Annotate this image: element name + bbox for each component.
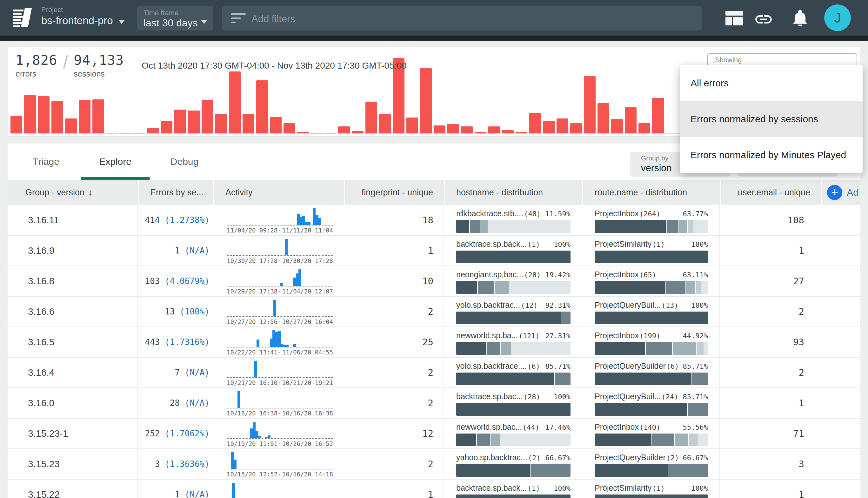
distribution-label: yahoo.sp.backtrac...(2)66.67%	[456, 453, 571, 462]
chart-bar	[502, 130, 514, 133]
chart-bar	[529, 113, 541, 133]
table-row[interactable]: 3.15.221 (N/A)1backtrace.sp.back...(1)10…	[8, 480, 860, 498]
chart-bar	[324, 133, 336, 134]
sparkline-bar	[285, 239, 288, 255]
version-cell: 3.16.5	[8, 327, 138, 357]
project-selector[interactable]: bs-frontend-pro	[41, 15, 113, 27]
timeframe-value: last 30 days	[144, 17, 198, 29]
distribution-segment	[595, 434, 652, 446]
table-row[interactable]: 3.16.028 (N/A)10/16/20 16:38·10/16/20 16…	[8, 388, 860, 419]
column-header-label: hostname - distribution	[456, 188, 543, 197]
route-name-percent: 100%	[691, 484, 708, 492]
add-column-body-cell	[822, 449, 860, 479]
user-avatar[interactable]: J	[824, 4, 851, 31]
table-row[interactable]: 3.16.5443 (1.7316%)10/22/20 13:41·11/06/…	[8, 327, 860, 358]
distribution-bar	[456, 372, 571, 385]
backtrace-logo-icon[interactable]	[11, 7, 33, 29]
table-row[interactable]: 3.16.11414 (1.2738%)11/04/20 09:28·11/11…	[8, 205, 860, 236]
add-column-body-cell	[822, 205, 860, 235]
timeframe-selector[interactable]: Time frame last 30 days	[137, 6, 213, 30]
table-row[interactable]: 3.16.47 (N/A)10/21/20 16:10·10/21/20 19:…	[8, 358, 860, 388]
errors-count-label: errors	[16, 69, 57, 78]
errors-cell: 1 (N/A)	[139, 236, 213, 265]
distribution-segment	[456, 342, 487, 355]
distribution-label: newworld.sp.bac...(44)17.46%	[456, 422, 571, 432]
tab-debug[interactable]: Debug	[150, 144, 219, 180]
version-cell: 3.16.6	[8, 297, 138, 327]
sparkline-start-date: 10/29/20 17:38	[227, 288, 278, 295]
chart-bar	[11, 116, 22, 133]
view-tabs: TriageExploreDebug	[11, 144, 219, 180]
column-header-user-email-unique[interactable]: user.email - unique	[721, 180, 821, 205]
dashboard-layout-icon[interactable]	[725, 11, 743, 25]
menu-item-all-errors[interactable]: All errors	[680, 65, 863, 101]
column-header-label: fingerprint - unique	[362, 188, 433, 197]
activity-cell: 10/22/20 13:41·11/06/20 04:55	[214, 327, 344, 357]
menu-item-errors-normalized-by-minutes-played[interactable]: Errors normalized by Minutes Played	[680, 137, 863, 173]
distribution-label: ProjectQueryBuil...(24)85.71%	[595, 392, 708, 401]
column-header-group-version[interactable]: Group - version↓	[8, 180, 138, 205]
distribution-label: ProjectQueryBuilder(6)85.71%	[595, 362, 708, 371]
distribution-bar	[456, 220, 571, 233]
route-name-name: ProjectInbox	[595, 331, 639, 340]
column-header-activity[interactable]: Activity	[214, 180, 344, 205]
errors-cell: 7 (N/A)	[139, 358, 213, 388]
add-column-plus-icon[interactable]: +	[827, 185, 842, 200]
hostname-distribution: neongiant.sp.bac...(20)19.42%	[456, 270, 571, 294]
distribution-label: ProjectInbox(264)63.77%	[595, 209, 708, 218]
route-name-distribution-cell: ProjectSimilarity(1)100%	[583, 236, 720, 265]
user-email-unique-cell: 71	[721, 419, 821, 448]
tab-explore[interactable]: Explore	[81, 144, 150, 180]
errors-cell: 28 (N/A)	[139, 388, 213, 418]
hostname-name: backtrace.sp.bac...	[456, 392, 523, 401]
distribution-segment	[480, 220, 488, 233]
route-name-count: (199)	[639, 332, 660, 340]
errors-cell: 13 (100%)	[139, 297, 213, 327]
hostname-percent: 27.31%	[545, 332, 571, 340]
hostname-distribution-cell: backtrace.sp.bac...(28)100%	[445, 388, 582, 418]
chart-bar	[92, 100, 104, 134]
sparkline-date-range: 10/29/20 17:38·11/04/20 12:07	[227, 288, 333, 295]
distribution-bar	[456, 312, 571, 324]
hostname-distribution-cell: newworld.sp.bac...(44)17.46%	[445, 419, 582, 448]
route-name-name: ProjectQueryBuilder	[595, 362, 666, 371]
distribution-segment	[470, 220, 480, 233]
table-row[interactable]: 3.16.613 (100%)10/27/20 12:56·10/27/20 1…	[8, 297, 860, 327]
table-row[interactable]: 3.15.233 (1.3636%)10/15/20 12:52·10/16/2…	[8, 449, 860, 480]
tab-triage[interactable]: Triage	[11, 144, 81, 180]
route-name-name: ProjectInbox	[595, 209, 639, 218]
column-header-hostname-distribution[interactable]: hostname - distribution	[445, 180, 582, 205]
sparkline-date-range: 10/22/20 13:41·11/06/20 04:55	[227, 349, 333, 356]
route-name-distribution-cell: ProjectQueryBuilder(6)85.71%	[583, 358, 720, 388]
fingerprint-unique-cell: 12	[345, 419, 444, 448]
menu-item-errors-normalized-by-sessions[interactable]: Errors normalized by sessions	[680, 101, 863, 137]
stats-row: 1,826 errors / 94,133 sessions Oct 13th …	[16, 52, 407, 78]
activity-sparkline: 10/16/20 16:38·10/16/20 16:38	[227, 388, 333, 418]
table-row[interactable]: 3.16.91 (N/A)10/30/20 17:28·10/30/20 17:…	[8, 236, 860, 266]
add-column-header[interactable]: +Ad	[822, 180, 860, 205]
notifications-bell-icon[interactable]	[790, 8, 810, 29]
chart-bar	[161, 121, 172, 133]
fingerprint-unique-cell: 2	[345, 449, 444, 479]
fingerprint-unique-cell: 2	[345, 358, 444, 388]
group-by-value: version	[641, 162, 672, 173]
link-icon[interactable]	[754, 10, 773, 29]
column-header-errors-by-se[interactable]: Errors by se...	[139, 180, 213, 205]
date-separator: ·	[278, 257, 282, 264]
table-row[interactable]: 3.16.8103 (4.0679%)10/29/20 17:38·11/04/…	[8, 266, 860, 297]
table-row[interactable]: 3.15.23-1252 (1.7062%)10/19/20 11:01·10/…	[8, 419, 860, 449]
sparkline-date-range: 10/15/20 12:52·10/16/20 14:18	[227, 471, 333, 478]
sort-desc-icon[interactable]: ↓	[88, 187, 93, 197]
project-caret-icon[interactable]	[118, 20, 125, 24]
distribution-bar	[595, 464, 708, 477]
distribution-segment	[456, 312, 561, 324]
add-column-body-cell	[822, 419, 860, 448]
distribution-segment	[696, 281, 701, 294]
column-header-fingerprint-unique[interactable]: fingerprint - unique	[345, 180, 444, 205]
add-filters-input[interactable]: Add filters	[222, 6, 702, 30]
sparkline-baseline	[227, 316, 333, 317]
distribution-bar	[456, 342, 571, 355]
distribution-segment	[456, 220, 470, 233]
route-name-percent: 44.92%	[683, 332, 708, 340]
column-header-route-name-distribution[interactable]: route.name - distribution	[583, 180, 720, 205]
